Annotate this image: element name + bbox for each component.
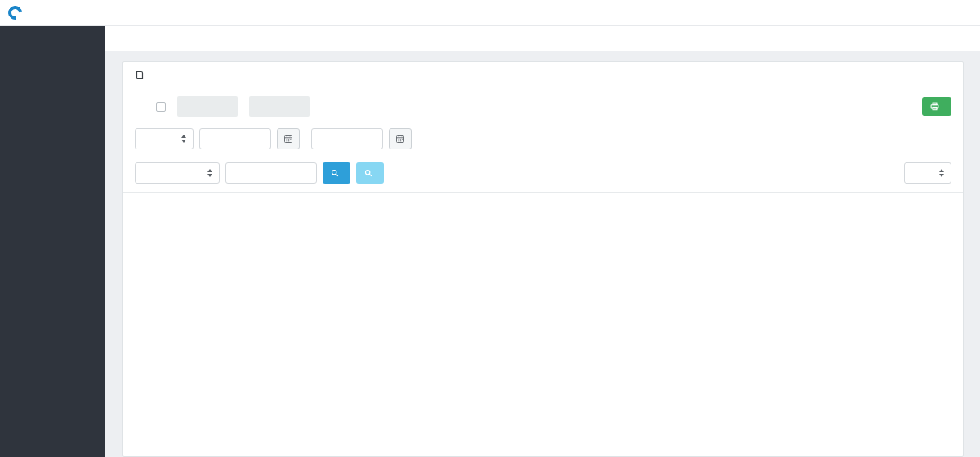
print-range-checkbox[interactable] bbox=[156, 102, 166, 112]
print-range-to-input[interactable] bbox=[249, 96, 310, 117]
search-icon bbox=[364, 169, 372, 177]
print-range-from-input[interactable] bbox=[177, 96, 238, 117]
excel-save-button[interactable] bbox=[922, 97, 951, 116]
logo-icon bbox=[6, 3, 25, 23]
book-icon bbox=[135, 70, 145, 80]
date-field-select[interactable] bbox=[135, 128, 194, 149]
app-logo[interactable] bbox=[8, 6, 26, 20]
filter-panel bbox=[135, 128, 951, 184]
member-name-field-select[interactable] bbox=[135, 162, 220, 184]
date-from-input[interactable] bbox=[199, 128, 271, 149]
select-arrows-icon bbox=[181, 135, 186, 143]
member-name-search-input[interactable] bbox=[225, 162, 317, 184]
calendar-from-button[interactable] bbox=[277, 128, 300, 149]
calendar-to-button[interactable] bbox=[389, 128, 412, 149]
detail-search-button[interactable] bbox=[356, 162, 384, 184]
search-icon bbox=[331, 169, 339, 177]
page-title bbox=[135, 70, 951, 87]
page-size-select[interactable] bbox=[904, 162, 951, 184]
stats-row bbox=[135, 96, 951, 117]
select-arrows-icon bbox=[939, 169, 944, 177]
print-range-group bbox=[156, 96, 310, 117]
calendar-icon bbox=[395, 134, 405, 144]
breadcrumb bbox=[105, 26, 980, 51]
topbar bbox=[0, 0, 980, 26]
printer-icon bbox=[930, 102, 939, 111]
calendar-icon bbox=[283, 134, 293, 144]
select-arrows-icon bbox=[207, 169, 212, 177]
main-card bbox=[122, 61, 964, 457]
sidebar bbox=[0, 26, 105, 457]
section-divider bbox=[123, 192, 963, 193]
date-to-input[interactable] bbox=[311, 128, 383, 149]
search-button[interactable] bbox=[323, 162, 350, 184]
